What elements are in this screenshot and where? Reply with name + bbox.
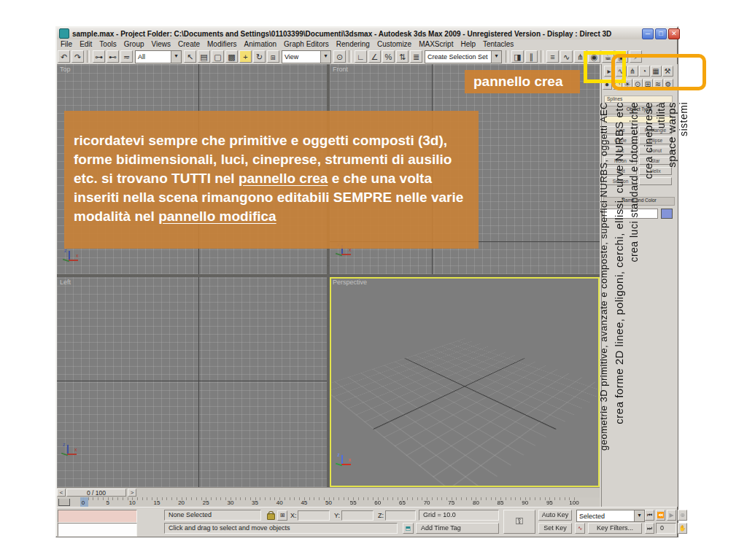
window-buttons: ─ □ ✕ [642,28,680,39]
mini-curve-editor-icon[interactable] [58,499,70,506]
menu-group[interactable]: Group [120,40,148,48]
menu-rendering[interactable]: Rendering [333,40,374,48]
z-field[interactable] [385,510,416,521]
y-label: Y: [334,512,340,519]
menu-tentacles[interactable]: Tentacles [479,40,517,48]
title-bar[interactable]: sample.max - Project Folder: C:\Document… [57,28,677,39]
slide: sample.max - Project Folder: C:\Document… [0,0,747,560]
maxscript-listener-pink[interactable] [58,510,137,523]
time-slider-track[interactable]: < 0 / 100 > [57,487,600,497]
absolute-offset-toggle[interactable]: ⊞ [277,510,287,521]
menu-animation[interactable]: Animation [241,40,280,48]
x-field[interactable] [298,510,330,521]
time-slider-handle[interactable]: 0 / 100 [66,489,126,497]
curve-editor-icon[interactable]: ∿ [560,50,573,63]
minimize-button[interactable]: ─ [642,28,654,39]
menu-help[interactable]: Help [457,40,479,48]
use-center-icon[interactable]: ⊙ [333,50,346,63]
z-label: Z: [378,512,384,519]
x-label: X: [290,512,297,519]
layer-manager-icon[interactable]: ≡ [546,50,559,63]
named-selection-set-combo-value: Create Selection Set [425,53,491,61]
viewport-perspective[interactable]: Perspective zx [330,277,600,487]
align-icon[interactable]: ∥ [525,50,538,63]
tick-40: 40 [276,499,283,506]
redo-icon[interactable]: ↷ [71,50,84,63]
snap-toggle-icon[interactable]: ∟ [355,50,367,63]
track-bar[interactable]: 0510152025303540455055606570758085909510… [57,497,600,507]
rotated-note-2: crea forme 2D linee, poligoni, cerchi, e… [614,102,625,424]
y-field[interactable] [341,510,374,521]
rectangular-selection-icon[interactable]: ▢ [212,50,224,63]
menu-tools[interactable]: Tools [96,40,120,48]
tick-65: 65 [399,499,406,506]
auto-key-button[interactable]: Auto Key [538,510,572,521]
add-time-tag[interactable]: Add Time Tag [416,523,499,534]
maximize-button[interactable]: □ [655,28,667,39]
grid-axis [57,381,327,381]
axis-tripod: zx [61,249,80,268]
keyframe-toggle-icon[interactable]: ⚿ [503,510,535,534]
chevron-down-icon[interactable]: ▾ [491,51,501,63]
zoom-icon[interactable]: ⊕ [678,510,687,521]
toolbar-separator [541,50,543,63]
menu-maxscript[interactable]: MAXScript [415,40,457,48]
chevron-down-icon[interactable]: ▾ [634,510,644,521]
tick-85: 85 [498,499,504,506]
key-curve-icon[interactable]: ∿ [575,523,585,534]
menu-create[interactable]: Create [174,40,204,48]
named-selection-set-combo[interactable]: Create Selection Set▾ [425,50,502,63]
current-frame-field[interactable]: 0 [656,523,676,534]
key-filters-button[interactable]: Key Filters... [588,523,642,534]
chevron-down-icon[interactable]: ▾ [171,51,181,63]
viewport-splitter-horizontal[interactable] [57,274,600,277]
play-button[interactable]: ▶ [667,510,676,521]
mirror-icon[interactable]: ◨ [511,50,524,63]
go-to-end-button[interactable]: ⏭ [645,523,654,534]
maxscript-listener-white[interactable] [58,523,137,537]
select-by-name-icon[interactable]: ▤ [198,50,210,63]
menu-edit[interactable]: Edit [76,40,96,48]
spinner-snap-icon[interactable]: ⇅ [396,50,409,63]
menu-file[interactable]: File [57,40,76,48]
rotated-note-1: geometrie 3D primitive, avanzate e compo… [598,102,610,451]
viewport-front-label: Front [333,66,348,73]
chevron-down-icon[interactable]: ▾ [320,51,330,63]
unlink-selection-icon[interactable]: ⊷ [107,50,119,63]
menu-modifiers[interactable]: Modifiers [204,40,241,48]
select-object-icon[interactable]: ↖ [184,50,196,63]
pan-hand-icon[interactable]: ✋ [678,523,687,534]
time-tag-icon[interactable]: ⬒ [403,523,414,534]
undo-icon[interactable]: ↶ [58,50,70,63]
edit-named-sets-icon[interactable]: ≣ [410,50,422,63]
viewport-left[interactable]: Left zx [57,277,327,487]
close-button[interactable]: ✕ [668,28,680,39]
tick-90: 90 [522,499,528,506]
select-and-scale-icon[interactable]: ⧈ [267,50,279,63]
previous-frame-button[interactable]: < [57,489,66,497]
object-color-swatch[interactable] [661,209,673,219]
menu-views[interactable]: Views [148,40,175,48]
next-frame-button[interactable]: > [128,489,136,497]
select-and-move-icon[interactable]: + [239,50,252,63]
axis-tripod: zx [334,454,353,472]
select-and-link-icon[interactable]: ⊶ [93,50,105,63]
menu-graph-editors[interactable]: Graph Editors [280,40,333,48]
set-key-button[interactable]: Set Key [538,523,572,534]
tick-80: 80 [473,499,479,506]
select-and-rotate-icon[interactable]: ↻ [253,50,266,63]
angle-snap-icon[interactable]: ∠ [368,50,381,63]
toolbar-separator [506,50,508,63]
selection-lock-icon[interactable] [267,513,275,520]
percent-snap-icon[interactable]: % [382,50,395,63]
go-to-start-button[interactable]: ⏮ [645,510,654,521]
previous-key-button[interactable]: ⏪ [656,510,665,521]
reference-coordinate-combo[interactable]: View▾ [282,50,331,63]
window-crossing-icon[interactable]: ▩ [225,50,238,63]
tick-60: 60 [374,499,381,506]
menu-customize[interactable]: Customize [374,40,415,48]
selection-filter-combo[interactable]: All▾ [135,50,182,63]
key-mode-combo[interactable]: Selected ▾ [576,510,645,522]
tick-5: 5 [106,499,109,506]
bind-to-space-warp-icon[interactable]: ≂ [120,50,133,63]
